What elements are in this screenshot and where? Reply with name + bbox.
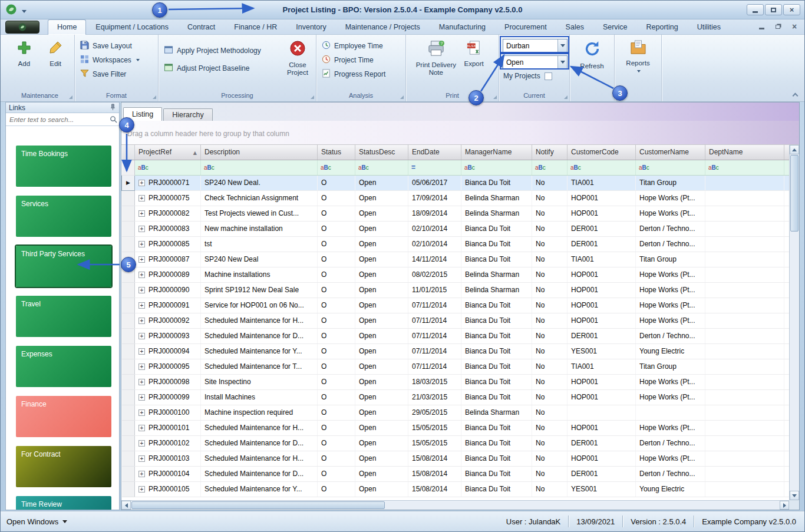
mdi-close-button[interactable]: × bbox=[790, 22, 799, 31]
expand-icon[interactable]: + bbox=[138, 364, 145, 370]
open-windows-button[interactable]: Open Windows bbox=[6, 517, 67, 526]
group-by-panel[interactable]: Drag a column header here to group by th… bbox=[121, 121, 799, 145]
ribbon-tab-procurement[interactable]: Procurement bbox=[495, 19, 556, 35]
column-header-managername[interactable]: ManagerName bbox=[461, 145, 532, 160]
tab-hierarchy[interactable]: Hierarchy bbox=[163, 108, 213, 121]
edit-button[interactable]: Edit bbox=[41, 35, 70, 68]
grid-row[interactable]: +PRJ0000094Scheduled Maintenance for Y..… bbox=[122, 343, 790, 359]
grid-row[interactable]: +PRJ0000102Scheduled Maintenance for D..… bbox=[122, 435, 790, 451]
expand-icon[interactable]: + bbox=[138, 348, 145, 355]
reports-button[interactable]: Reports bbox=[620, 35, 656, 72]
sidebar-tile-time-bookings[interactable]: Time Bookings bbox=[16, 146, 111, 187]
grid-row[interactable]: +PRJ0000089Machine installationsOOpen08/… bbox=[122, 267, 790, 282]
ribbon-tab-equipment-locations[interactable]: Equipment / Locations bbox=[86, 19, 178, 35]
sidebar-tile-services[interactable]: Services bbox=[16, 196, 111, 237]
grid-row[interactable]: +PRJ0000104Scheduled Maintenance for D..… bbox=[122, 466, 790, 481]
vertical-scrollbar[interactable] bbox=[789, 145, 799, 500]
filter-cell-customername[interactable]: aBc bbox=[636, 160, 705, 175]
dialog-launcher-icon[interactable] bbox=[153, 95, 156, 99]
ribbon-tab-reporting[interactable]: Reporting bbox=[637, 19, 688, 35]
expand-icon[interactable]: + bbox=[138, 471, 145, 477]
sidebar-tile-expenses[interactable]: Expenses bbox=[16, 346, 111, 387]
save-filter-button[interactable]: Save Filter bbox=[78, 67, 155, 81]
grid-row[interactable]: +PRJ0000075Check Technician AssignmentOO… bbox=[122, 190, 790, 206]
ribbon-tab-home[interactable]: Home bbox=[48, 19, 86, 35]
column-header-customercode[interactable]: CustomerCode bbox=[568, 145, 636, 160]
sidebar-tile-third-party-services[interactable]: Third Party Services bbox=[16, 246, 111, 287]
expand-icon[interactable]: + bbox=[138, 287, 145, 293]
filter-cell-enddate[interactable]: = bbox=[408, 160, 461, 175]
pin-icon[interactable] bbox=[110, 104, 116, 112]
column-header-notify[interactable]: Notify bbox=[532, 145, 568, 160]
grid-row[interactable]: +PRJ0000087SP240 New DealOOpen14/11/2014… bbox=[122, 252, 790, 267]
close-button[interactable]: × bbox=[783, 4, 800, 15]
column-header-description[interactable]: Description bbox=[201, 145, 318, 160]
ribbon-tab-sales[interactable]: Sales bbox=[556, 19, 593, 35]
column-header-deptname[interactable]: DeptName bbox=[705, 145, 784, 160]
filter-cell-notify[interactable]: aBc bbox=[532, 160, 568, 175]
expand-icon[interactable]: + bbox=[138, 486, 145, 493]
grid-row[interactable]: +PRJ0000091Service for HOP001 on 06 No..… bbox=[122, 298, 790, 313]
scroll-left-icon[interactable] bbox=[121, 501, 131, 510]
refresh-button[interactable]: Refresh bbox=[575, 35, 610, 70]
filter-cell-description[interactable]: aBc bbox=[201, 160, 318, 175]
sidebar-tile-for-contract[interactable]: For Contract bbox=[16, 446, 111, 487]
expand-icon[interactable]: + bbox=[138, 425, 145, 431]
scroll-down-icon[interactable] bbox=[790, 491, 799, 500]
filter-cell-customercode[interactable]: aBc bbox=[568, 160, 636, 175]
expand-icon[interactable]: + bbox=[138, 379, 145, 385]
expand-icon[interactable]: + bbox=[138, 455, 145, 462]
column-header-status[interactable]: Status bbox=[318, 145, 355, 160]
expand-icon[interactable]: + bbox=[138, 318, 145, 324]
export-button[interactable]: XLSX Export bbox=[458, 35, 489, 68]
expand-icon[interactable]: + bbox=[138, 272, 145, 278]
expand-icon[interactable]: + bbox=[138, 256, 145, 263]
expand-icon[interactable]: + bbox=[138, 333, 145, 339]
column-header-statusdesc[interactable]: StatusDesc bbox=[355, 145, 408, 160]
search-icon[interactable] bbox=[107, 115, 119, 123]
project-time-button[interactable]: Project Time bbox=[319, 53, 402, 67]
save-layout-button[interactable]: Save Layout bbox=[78, 39, 155, 52]
filter-cell-status[interactable]: aBc bbox=[318, 160, 355, 175]
expand-icon[interactable]: + bbox=[138, 210, 145, 217]
vertical-scroll-thumb[interactable] bbox=[790, 155, 799, 232]
ribbon-tab-contract[interactable]: Contract bbox=[178, 19, 225, 35]
print-delivery-note-button[interactable]: ? Print Delivery Note bbox=[415, 35, 457, 77]
grid-row[interactable]: +PRJ0000100Machine inspection requiredOO… bbox=[122, 405, 790, 420]
filter-cell-managername[interactable]: aBc bbox=[461, 160, 532, 175]
grid-row[interactable]: +PRJ0000090Sprint SP1912 New Deal SaleOO… bbox=[122, 282, 790, 298]
mdi-restore-button[interactable] bbox=[774, 22, 782, 31]
adjust-project-baseline-button[interactable]: Adjust Project Baseline bbox=[161, 60, 276, 77]
expand-icon[interactable]: + bbox=[138, 180, 145, 186]
grid-row[interactable]: +PRJ0000093Scheduled Maintenance for D..… bbox=[122, 328, 790, 343]
horizontal-scrollbar[interactable] bbox=[121, 500, 789, 510]
grid-row[interactable]: +PRJ0000083New machine installationOOpen… bbox=[122, 221, 790, 236]
grid-row[interactable]: +PRJ0000092Scheduled Maintenance for H..… bbox=[122, 313, 790, 328]
ribbon-tab-utilities[interactable]: Utilities bbox=[688, 19, 730, 35]
grid-row[interactable]: +PRJ0000105Scheduled Maintenance for Y..… bbox=[122, 481, 790, 497]
expand-icon[interactable]: + bbox=[138, 394, 145, 401]
apply-project-methodology-button[interactable]: Apply Project Methodology bbox=[161, 42, 276, 59]
grid-row[interactable]: +PRJ0000095Scheduled Maintenance for T..… bbox=[122, 359, 790, 374]
sidebar-tile-finance[interactable]: Finance bbox=[16, 396, 111, 437]
close-project-button[interactable]: Close Project bbox=[279, 35, 316, 91]
ribbon-tab-manufacturing[interactable]: Manufacturing bbox=[430, 19, 495, 35]
sidebar-tile-travel[interactable]: Travel bbox=[16, 296, 111, 337]
collapse-ribbon-icon[interactable] bbox=[793, 93, 799, 99]
workspaces-button[interactable]: Workspaces bbox=[78, 53, 155, 67]
my-projects-checkbox[interactable] bbox=[545, 72, 552, 80]
grid-row[interactable]: +PRJ0000101Scheduled Maintenance for H..… bbox=[122, 420, 790, 435]
filter-cell-deptname[interactable]: aBc bbox=[705, 160, 784, 175]
ribbon-tab-inventory[interactable]: Inventory bbox=[286, 19, 335, 35]
add-button[interactable]: Add bbox=[9, 35, 39, 68]
scroll-up-icon[interactable] bbox=[790, 145, 799, 154]
expand-icon[interactable]: + bbox=[138, 302, 145, 309]
progress-report-button[interactable]: Progress Report bbox=[319, 67, 402, 81]
mdi-minimize-button[interactable] bbox=[757, 22, 766, 31]
grid-row[interactable]: +PRJ0000103Scheduled Maintenance for H..… bbox=[122, 451, 790, 466]
application-menu-button[interactable] bbox=[5, 21, 39, 34]
grid-row[interactable]: +PRJ0000082Test Projects viewed in Cust.… bbox=[122, 206, 790, 221]
dialog-launcher-icon[interactable] bbox=[400, 95, 404, 99]
sidebar-tile-time-review[interactable]: Time Review bbox=[16, 496, 111, 510]
ribbon-tab-maintenance-projects[interactable]: Maintenance / Projects bbox=[336, 19, 430, 35]
